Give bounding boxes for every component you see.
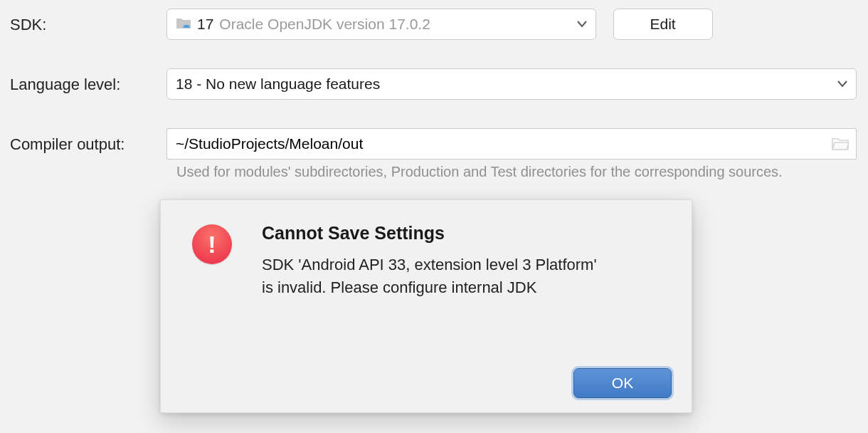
language-level-dropdown[interactable]: 18 - No new language features — [166, 68, 857, 100]
compiler-output-row: Compiler output: — [10, 128, 858, 160]
dialog-title: Cannot Save Settings — [262, 223, 603, 244]
compiler-output-field-wrapper — [166, 128, 857, 160]
error-icon: ! — [192, 224, 232, 264]
error-dialog: ! Cannot Save Settings SDK 'Android API … — [160, 199, 692, 413]
edit-sdk-button[interactable]: Edit — [613, 9, 713, 40]
jdk-folder-icon — [176, 16, 191, 33]
language-level-value: 18 - No new language features — [176, 75, 380, 93]
project-settings-form: SDK: 17 Oracle OpenJDK version 17.0.2 Ed… — [0, 0, 868, 189]
compiler-output-input[interactable] — [174, 135, 832, 153]
chevron-down-icon — [837, 80, 847, 88]
language-level-row: Language level: 18 - No new language fea… — [10, 68, 858, 100]
ok-button[interactable]: OK — [573, 368, 672, 398]
browse-folder-icon[interactable] — [832, 137, 849, 151]
sdk-label: SDK: — [10, 14, 166, 34]
compiler-output-label: Compiler output: — [10, 134, 166, 154]
compiler-output-help-text: Used for modules' subdirectories, Produc… — [176, 164, 858, 180]
sdk-dropdown[interactable]: 17 Oracle OpenJDK version 17.0.2 — [166, 9, 596, 40]
sdk-name: 17 — [197, 16, 213, 33]
sdk-row: SDK: 17 Oracle OpenJDK version 17.0.2 Ed… — [10, 9, 858, 40]
language-level-label: Language level: — [10, 74, 166, 94]
dialog-message: SDK 'Android API 33, extension level 3 P… — [262, 254, 603, 299]
chevron-down-icon — [577, 21, 587, 28]
sdk-version-text: Oracle OpenJDK version 17.0.2 — [219, 16, 430, 33]
